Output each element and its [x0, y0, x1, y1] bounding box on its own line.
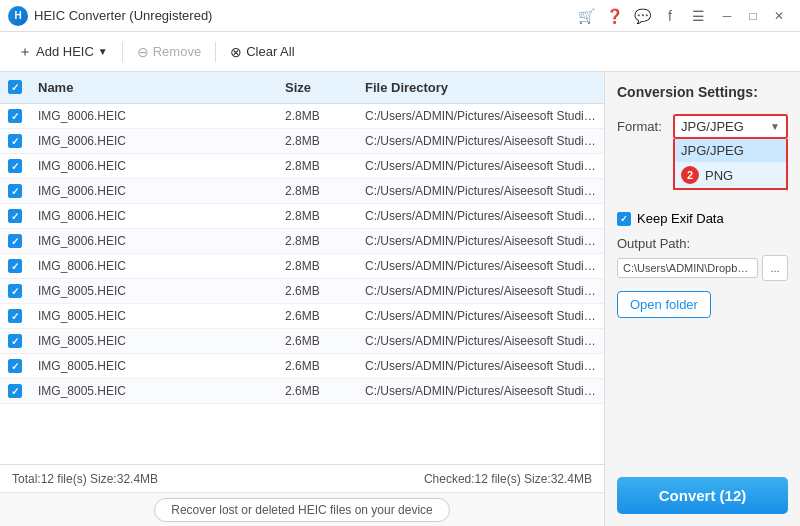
format-select[interactable]: JPG/JPEG ▼: [673, 114, 788, 139]
format-option-jpg[interactable]: JPG/JPEG: [675, 139, 786, 162]
format-dropdown-container: JPG/JPEG ▼ JPG/JPEG 2 PNG: [673, 114, 788, 139]
row-checkbox[interactable]: [0, 354, 30, 378]
minimize-control[interactable]: ─: [714, 3, 740, 29]
row-name: IMG_8005.HEIC: [30, 379, 277, 403]
row-name: IMG_8005.HEIC: [30, 329, 277, 353]
open-folder-button[interactable]: Open folder: [617, 291, 711, 318]
maximize-control[interactable]: □: [740, 3, 766, 29]
row-checkbox-box[interactable]: [8, 259, 22, 273]
table-row: IMG_8006.HEIC 2.8MB C:/Users/ADMIN/Pictu…: [0, 104, 604, 129]
status-bar: Total:12 file(s) Size:32.4MB Checked:12 …: [0, 464, 604, 492]
table-row: IMG_8006.HEIC 2.8MB C:/Users/ADMIN/Pictu…: [0, 254, 604, 279]
table-row: IMG_8005.HEIC 2.6MB C:/Users/ADMIN/Pictu…: [0, 329, 604, 354]
menu-icon[interactable]: ☰: [686, 4, 710, 28]
row-checkbox[interactable]: [0, 129, 30, 153]
dropdown-arrow-icon: ▼: [770, 121, 780, 132]
table-row: IMG_8006.HEIC 2.8MB C:/Users/ADMIN/Pictu…: [0, 129, 604, 154]
clear-icon: ⊗: [230, 44, 242, 60]
window-controls: ─ □ ✕: [714, 3, 792, 29]
table-row: IMG_8006.HEIC 2.8MB C:/Users/ADMIN/Pictu…: [0, 179, 604, 204]
table-row: IMG_8006.HEIC 2.8MB C:/Users/ADMIN/Pictu…: [0, 204, 604, 229]
row-path: C:/Users/ADMIN/Pictures/Aiseesoft Studio…: [357, 329, 604, 353]
row-path: C:/Users/ADMIN/Pictures/Aiseesoft Studio…: [357, 279, 604, 303]
cart-icon[interactable]: 🛒: [574, 4, 598, 28]
output-path-section: Output Path: C:\Users\ADMIN\Dropbox\PC\ …: [617, 236, 788, 281]
row-name: IMG_8005.HEIC: [30, 354, 277, 378]
row-checkbox[interactable]: [0, 229, 30, 253]
row-checkbox[interactable]: [0, 204, 30, 228]
clear-all-button[interactable]: ⊗ Clear All: [220, 40, 304, 64]
row-path: C:/Users/ADMIN/Pictures/Aiseesoft Studio…: [357, 379, 604, 403]
title-bar: H HEIC Converter (Unregistered) 🛒 ❓ 💬 f …: [0, 0, 800, 32]
row-path: C:/Users/ADMIN/Pictures/Aiseesoft Studio…: [357, 354, 604, 378]
recover-button[interactable]: Recover lost or deleted HEIC files on yo…: [154, 498, 449, 522]
row-checkbox-box[interactable]: [8, 309, 22, 323]
header-size: Size: [277, 78, 357, 97]
row-checkbox[interactable]: [0, 279, 30, 303]
row-checkbox-box[interactable]: [8, 384, 22, 398]
row-checkbox[interactable]: [0, 254, 30, 278]
table-row: IMG_8005.HEIC 2.6MB C:/Users/ADMIN/Pictu…: [0, 354, 604, 379]
row-path: C:/Users/ADMIN/Pictures/Aiseesoft Studio…: [357, 229, 604, 253]
row-size: 2.8MB: [277, 204, 357, 228]
row-checkbox-box[interactable]: [8, 109, 22, 123]
row-checkbox[interactable]: [0, 154, 30, 178]
row-checkbox[interactable]: [0, 329, 30, 353]
row-size: 2.6MB: [277, 304, 357, 328]
row-checkbox[interactable]: [0, 379, 30, 403]
row-path: C:/Users/ADMIN/Pictures/Aiseesoft Studio…: [357, 104, 604, 128]
select-all-checkbox[interactable]: [8, 80, 22, 94]
row-checkbox-box[interactable]: [8, 234, 22, 248]
row-size: 2.8MB: [277, 229, 357, 253]
row-checkbox-box[interactable]: [8, 359, 22, 373]
table-row: IMG_8005.HEIC 2.6MB C:/Users/ADMIN/Pictu…: [0, 304, 604, 329]
format-label: Format:: [617, 119, 665, 134]
format-selected-value: JPG/JPEG: [681, 119, 744, 134]
row-checkbox[interactable]: [0, 104, 30, 128]
separator: [122, 42, 123, 62]
row-checkbox-box[interactable]: [8, 159, 22, 173]
row-path: C:/Users/ADMIN/Pictures/Aiseesoft Studio…: [357, 254, 604, 278]
row-name: IMG_8006.HEIC: [30, 129, 277, 153]
app-title: HEIC Converter (Unregistered): [34, 8, 212, 23]
row-checkbox-box[interactable]: [8, 184, 22, 198]
title-bar-icons: 🛒 ❓ 💬 f ☰ ─ □ ✕: [574, 3, 792, 29]
row-checkbox-box[interactable]: [8, 334, 22, 348]
table-body: IMG_8006.HEIC 2.8MB C:/Users/ADMIN/Pictu…: [0, 104, 604, 464]
add-icon: ＋: [18, 43, 32, 61]
format-option-png[interactable]: 2 PNG: [675, 162, 786, 188]
toolbar: ＋ Add HEIC ▼ ⊖ Remove ⊗ Clear All: [0, 32, 800, 72]
checked-status: Checked:12 file(s) Size:32.4MB: [424, 472, 592, 486]
row-size: 2.8MB: [277, 104, 357, 128]
row-size: 2.8MB: [277, 154, 357, 178]
app-logo: H: [8, 6, 28, 26]
row-path: C:/Users/ADMIN/Pictures/Aiseesoft Studio…: [357, 129, 604, 153]
row-size: 2.6MB: [277, 379, 357, 403]
row-name: IMG_8006.HEIC: [30, 104, 277, 128]
close-control[interactable]: ✕: [766, 3, 792, 29]
format-dropdown-menu: JPG/JPEG 2 PNG: [673, 139, 788, 190]
row-checkbox[interactable]: [0, 179, 30, 203]
question-icon[interactable]: ❓: [602, 4, 626, 28]
facebook-icon[interactable]: f: [658, 4, 682, 28]
exif-checkbox[interactable]: [617, 212, 631, 226]
row-checkbox[interactable]: [0, 304, 30, 328]
chat-icon[interactable]: 💬: [630, 4, 654, 28]
output-path-row: C:\Users\ADMIN\Dropbox\PC\ ...: [617, 255, 788, 281]
add-heic-button[interactable]: ＋ Add HEIC ▼: [8, 39, 118, 65]
row-checkbox-box[interactable]: [8, 134, 22, 148]
output-path-display: C:\Users\ADMIN\Dropbox\PC\: [617, 258, 758, 278]
format-row: Format: JPG/JPEG ▼ JPG/JPEG 2 PNG: [617, 114, 788, 139]
exif-row: Keep Exif Data: [617, 211, 788, 226]
settings-panel: Conversion Settings: Format: JPG/JPEG ▼ …: [605, 72, 800, 526]
row-size: 2.6MB: [277, 329, 357, 353]
row-checkbox-box[interactable]: [8, 209, 22, 223]
row-checkbox-box[interactable]: [8, 284, 22, 298]
badge-number: 2: [681, 166, 699, 184]
remove-button[interactable]: ⊖ Remove: [127, 40, 211, 64]
browse-button[interactable]: ...: [762, 255, 788, 281]
row-name: IMG_8006.HEIC: [30, 254, 277, 278]
chevron-down-icon: ▼: [98, 46, 108, 57]
row-name: IMG_8006.HEIC: [30, 204, 277, 228]
convert-button[interactable]: Convert (12): [617, 477, 788, 514]
